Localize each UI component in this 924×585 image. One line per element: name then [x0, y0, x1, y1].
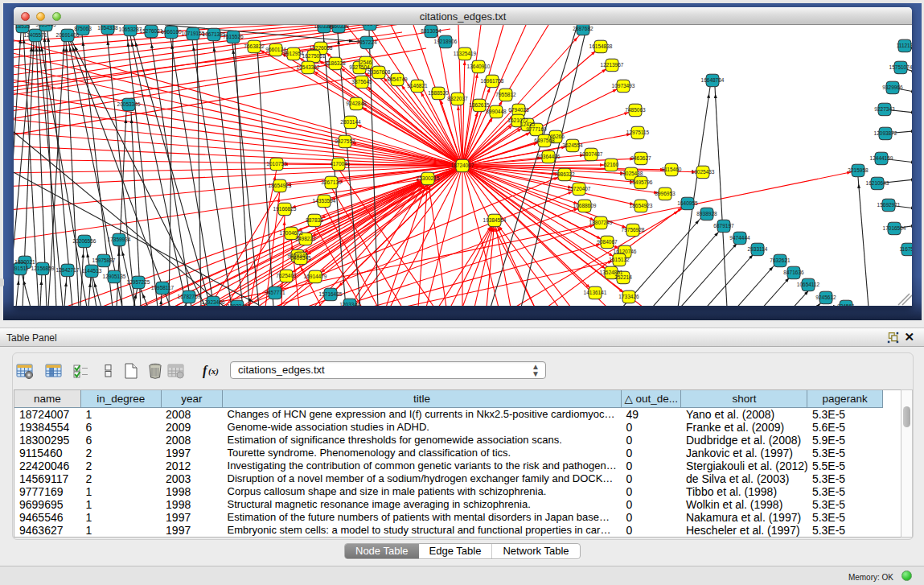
svg-text:18535: 18535 [15, 25, 30, 29]
svg-text:9427552: 9427552 [335, 138, 355, 144]
svg-text:7357224: 7357224 [356, 39, 377, 45]
svg-text:7663822: 7663822 [244, 43, 265, 49]
svg-text:11325419: 11325419 [454, 51, 477, 56]
svg-text:9084067: 9084067 [597, 239, 618, 245]
svg-text:391511: 391511 [14, 266, 29, 271]
svg-text:12405571: 12405571 [24, 32, 47, 38]
svg-text:6497568: 6497568 [534, 138, 555, 143]
svg-text:1203344: 1203344 [339, 302, 360, 307]
svg-text:15716485: 15716485 [319, 291, 343, 297]
svg-text:(x): (x) [208, 366, 219, 377]
svg-text:9146821: 9146821 [407, 83, 428, 89]
svg-text:7625402: 7625402 [276, 273, 297, 278]
svg-text:7986322: 7986322 [554, 171, 575, 177]
svg-text:16914479: 16914479 [304, 274, 327, 279]
svg-text:9474444: 9474444 [729, 235, 750, 241]
svg-text:875063: 875063 [74, 26, 92, 31]
svg-text:14353594: 14353594 [313, 198, 336, 204]
svg-text:20053346: 20053346 [117, 101, 141, 107]
svg-text:1054338: 1054338 [97, 25, 118, 31]
svg-text:3267130: 3267130 [321, 179, 342, 185]
svg-text:15720407: 15720407 [568, 186, 591, 192]
svg-text:2387682: 2387682 [573, 26, 593, 31]
svg-text:12444159: 12444159 [870, 155, 893, 161]
svg-text:10973493: 10973493 [612, 83, 635, 89]
svg-text:13640910: 13640910 [467, 64, 491, 69]
svg-text:6879197: 6879197 [713, 223, 734, 229]
svg-text:8996953: 8996953 [655, 191, 676, 196]
svg-text:10688609: 10688609 [573, 203, 597, 208]
svg-text:16210643: 16210643 [866, 180, 889, 186]
svg-text:f: f [203, 364, 208, 378]
svg-text:10025433: 10025433 [692, 169, 715, 175]
svg-text:20691406: 20691406 [56, 32, 80, 38]
svg-text:1615132: 1615132 [609, 257, 630, 262]
svg-text:17359934: 17359934 [108, 237, 131, 242]
svg-text:16782759: 16782759 [178, 294, 201, 299]
svg-text:2546: 2546 [360, 60, 372, 65]
svg-text:7485063: 7485063 [625, 107, 646, 113]
svg-text:1010753: 1010753 [266, 161, 287, 167]
svg-text:10025438: 10025438 [620, 171, 643, 176]
svg-text:16961758: 16961758 [481, 78, 504, 84]
svg-text:16648784: 16648784 [701, 77, 725, 83]
svg-text:29367608: 29367608 [368, 69, 391, 75]
svg-text:6966160: 6966160 [161, 29, 182, 35]
svg-text:116753: 116753 [899, 246, 912, 252]
svg-text:8912954: 8912954 [283, 51, 304, 56]
svg-text:15975887: 15975887 [92, 257, 116, 263]
svg-text:17004673: 17004673 [280, 230, 303, 236]
svg-text:16120746: 16120746 [614, 249, 637, 254]
svg-text:12093872: 12093872 [874, 130, 897, 136]
svg-text:16275051: 16275051 [302, 53, 326, 59]
svg-text:1733426: 1733426 [618, 294, 639, 299]
svg-text:1640955: 1640955 [677, 200, 698, 206]
svg-text:10543362: 10543362 [297, 64, 320, 70]
svg-text:2933114: 2933114 [748, 246, 768, 252]
svg-text:15495796: 15495796 [630, 179, 653, 185]
svg-text:9409345: 9409345 [290, 255, 311, 261]
svg-text:1830021: 1830021 [14, 259, 35, 265]
svg-text:12905135: 12905135 [103, 274, 126, 279]
svg-text:10653287: 10653287 [119, 27, 142, 32]
svg-text:1144513: 1144513 [82, 268, 102, 274]
svg-text:924561: 924561 [837, 303, 855, 307]
svg-text:9242848: 9242848 [346, 101, 367, 106]
svg-text:18654923: 18654923 [269, 183, 292, 188]
svg-text:9227343: 9227343 [874, 106, 895, 112]
svg-text:9245612: 9245612 [815, 295, 836, 300]
svg-text:15276021: 15276021 [140, 28, 163, 34]
svg-text:3498222: 3498222 [295, 236, 316, 241]
svg-text:9329966: 9329966 [882, 84, 903, 90]
svg-text:3624554: 3624554 [562, 142, 583, 148]
svg-text:16154838: 16154838 [589, 43, 613, 49]
svg-text:10654112: 10654112 [797, 282, 820, 287]
svg-text:417004: 417004 [330, 161, 347, 167]
svg-text:79756928: 79756928 [622, 227, 645, 233]
svg-text:2803144: 2803144 [340, 119, 361, 125]
svg-text:15751074: 15751074 [889, 64, 912, 70]
svg-text:9463627: 9463627 [630, 155, 651, 161]
svg-text:18654923: 18654923 [630, 203, 653, 208]
svg-text:25300215: 25300215 [417, 175, 440, 181]
svg-text:8938928: 8938928 [696, 211, 717, 216]
svg-text:17957225: 17957225 [127, 279, 150, 285]
svg-text:62160: 62160 [604, 162, 618, 167]
svg-text:7632621: 7632621 [770, 257, 791, 263]
svg-text:887833: 887833 [306, 217, 323, 223]
svg-text:1362615: 1362615 [469, 102, 490, 108]
svg-text:12923466: 12923466 [202, 299, 225, 305]
svg-text:12975115: 12975115 [626, 130, 650, 135]
svg-text:8471636: 8471636 [783, 270, 804, 275]
svg-text:1588520: 1588520 [428, 90, 449, 96]
svg-text:19384554: 19384554 [483, 217, 507, 223]
svg-text:7515526: 7515526 [223, 34, 244, 39]
svg-text:252214: 252214 [614, 274, 632, 280]
svg-text:8813054: 8813054 [421, 28, 441, 34]
svg-text:8990448: 8990448 [486, 109, 507, 114]
svg-text:8322037: 8322037 [447, 96, 468, 101]
svg-text:6794028: 6794028 [508, 107, 529, 113]
svg-text:7955812: 7955812 [495, 92, 516, 97]
svg-text:9457771: 9457771 [265, 290, 285, 295]
svg-text:10719155: 10719155 [182, 31, 205, 36]
